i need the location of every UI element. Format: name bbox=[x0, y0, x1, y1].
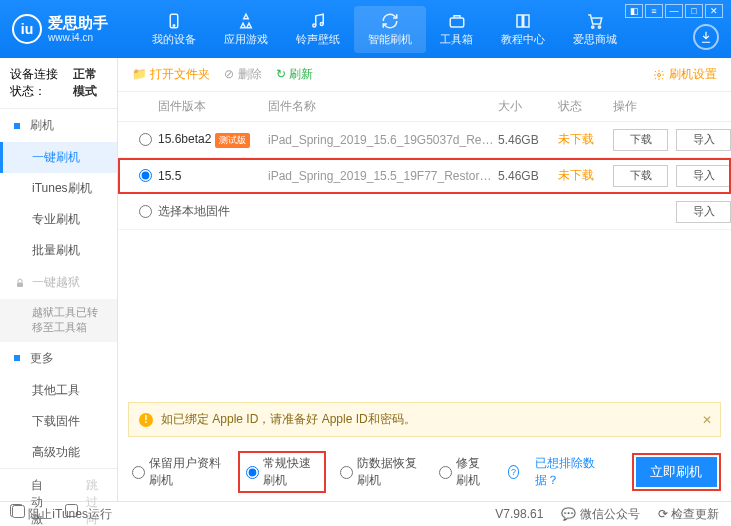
gear-icon bbox=[653, 69, 665, 81]
opt-repair[interactable]: 修复刷机 bbox=[439, 455, 492, 489]
book-icon bbox=[514, 12, 532, 30]
svg-point-6 bbox=[598, 25, 600, 27]
import-button[interactable]: 导入 bbox=[676, 129, 731, 151]
opt-keep-data[interactable]: 保留用户资料刷机 bbox=[132, 455, 224, 489]
sidebar-group-flash[interactable]: 刷机 bbox=[0, 109, 117, 142]
sidebar-item-pro-flash[interactable]: 专业刷机 bbox=[0, 204, 117, 235]
import-button[interactable]: 导入 bbox=[676, 201, 731, 223]
nav-my-device[interactable]: 我的设备 bbox=[138, 6, 210, 53]
sidebar-item-oneclick-flash[interactable]: 一键刷机 bbox=[0, 142, 117, 173]
download-button[interactable]: 下载 bbox=[613, 165, 668, 187]
toolbar: 📁 打开文件夹 ⊘ 删除 ↻ 刷新 刷机设置 bbox=[118, 58, 731, 92]
toolbox-icon bbox=[448, 12, 466, 30]
firmware-radio[interactable] bbox=[139, 205, 152, 218]
titlebar: iu 爱思助手 www.i4.cn 我的设备 应用游戏 铃声壁纸 智能刷机 工具… bbox=[0, 0, 731, 58]
beta-badge: 测试版 bbox=[215, 133, 250, 148]
warning-icon: ! bbox=[139, 413, 153, 427]
block-itunes-checkbox[interactable] bbox=[12, 505, 25, 518]
window-controls: ◧ ≡ — □ ✕ bbox=[625, 4, 723, 18]
phone-icon bbox=[165, 12, 183, 30]
win-close[interactable]: ✕ bbox=[705, 4, 723, 18]
main-panel: 📁 打开文件夹 ⊘ 删除 ↻ 刷新 刷机设置 固件版本 固件名称 大小 状态 操… bbox=[118, 58, 731, 501]
nav-toolbox[interactable]: 工具箱 bbox=[426, 6, 487, 53]
jailbreak-moved-note: 越狱工具已转移至工具箱 bbox=[0, 299, 117, 342]
opt-anti-recovery[interactable]: 防数据恢复刷机 bbox=[340, 455, 422, 489]
download-button[interactable]: 下载 bbox=[613, 129, 668, 151]
win-skin[interactable]: ◧ bbox=[625, 4, 643, 18]
flash-now-button[interactable]: 立即刷机 bbox=[636, 457, 717, 487]
sidebar-item-download-firmware[interactable]: 下载固件 bbox=[0, 406, 117, 437]
sidebar-item-other-tools[interactable]: 其他工具 bbox=[0, 375, 117, 406]
refresh-link[interactable]: ↻ 刷新 bbox=[276, 66, 313, 83]
exclude-data-link[interactable]: 已想排除数据？ bbox=[535, 455, 603, 489]
nav-tutorials[interactable]: 教程中心 bbox=[487, 6, 559, 53]
svg-point-8 bbox=[658, 73, 661, 76]
connection-status: 设备连接状态：正常模式 bbox=[0, 58, 117, 109]
win-menu[interactable]: ≡ bbox=[645, 4, 663, 18]
svg-rect-4 bbox=[450, 18, 464, 27]
download-icon bbox=[699, 30, 713, 44]
logo-icon: iu bbox=[12, 14, 42, 44]
open-folder-link[interactable]: 📁 打开文件夹 bbox=[132, 66, 210, 83]
firmware-radio[interactable] bbox=[139, 133, 152, 146]
sidebar-item-advanced[interactable]: 高级功能 bbox=[0, 437, 117, 468]
square-icon bbox=[14, 123, 20, 129]
win-max[interactable]: □ bbox=[685, 4, 703, 18]
wechat-link[interactable]: 💬 微信公众号 bbox=[561, 506, 639, 523]
import-button[interactable]: 导入 bbox=[676, 165, 731, 187]
cart-icon bbox=[586, 12, 604, 30]
nav-store[interactable]: 爱思商城 bbox=[559, 6, 631, 53]
sidebar: 设备连接状态：正常模式 刷机 一键刷机 iTunes刷机 专业刷机 批量刷机 一… bbox=[0, 58, 118, 501]
brand-url: www.i4.cn bbox=[48, 32, 108, 43]
svg-point-5 bbox=[592, 25, 594, 27]
nav-flash[interactable]: 智能刷机 bbox=[354, 6, 426, 53]
sidebar-group-more[interactable]: 更多 bbox=[0, 342, 117, 375]
flash-mode-options: 保留用户资料刷机 常规快速刷机 防数据恢复刷机 修复刷机 ? 已想排除数据？ 立… bbox=[118, 443, 731, 501]
statusbar: 阻止iTunes运行 V7.98.61 💬 微信公众号 ⟳ 检查更新 bbox=[0, 501, 731, 526]
win-min[interactable]: — bbox=[665, 4, 683, 18]
svg-point-1 bbox=[173, 24, 175, 26]
alert-close[interactable]: ✕ bbox=[702, 413, 712, 427]
info-icon[interactable]: ? bbox=[508, 465, 520, 479]
sidebar-group-jailbreak[interactable]: 一键越狱 bbox=[0, 266, 117, 299]
sidebar-item-itunes-flash[interactable]: iTunes刷机 bbox=[0, 173, 117, 204]
version-label: V7.98.61 bbox=[495, 507, 543, 521]
download-manager-button[interactable] bbox=[693, 24, 719, 50]
local-firmware-row[interactable]: 选择本地固件 导入 bbox=[118, 194, 731, 230]
block-itunes-option[interactable]: 阻止iTunes运行 bbox=[12, 505, 112, 523]
brand-name: 爱思助手 bbox=[48, 15, 108, 32]
firmware-row-selected[interactable]: 15.5 iPad_Spring_2019_15.5_19F77_Restore… bbox=[118, 158, 731, 194]
sidebar-item-batch-flash[interactable]: 批量刷机 bbox=[0, 235, 117, 266]
lock-icon bbox=[14, 277, 26, 289]
nav-ringtones[interactable]: 铃声壁纸 bbox=[282, 6, 354, 53]
check-update-link[interactable]: ⟳ 检查更新 bbox=[658, 506, 719, 523]
svg-point-3 bbox=[320, 22, 323, 25]
nav-apps[interactable]: 应用游戏 bbox=[210, 6, 282, 53]
logo: iu 爱思助手 www.i4.cn bbox=[12, 14, 108, 44]
table-header: 固件版本 固件名称 大小 状态 操作 bbox=[118, 92, 731, 122]
app-icon bbox=[237, 12, 255, 30]
svg-rect-7 bbox=[17, 282, 23, 287]
firmware-radio[interactable] bbox=[139, 169, 152, 182]
delete-link[interactable]: ⊘ 删除 bbox=[224, 66, 261, 83]
opt-normal-flash[interactable]: 常规快速刷机 bbox=[240, 453, 324, 491]
svg-point-2 bbox=[313, 24, 316, 27]
music-icon bbox=[309, 12, 327, 30]
refresh-icon bbox=[381, 12, 399, 30]
nav-bar: 我的设备 应用游戏 铃声壁纸 智能刷机 工具箱 教程中心 爱思商城 bbox=[138, 6, 631, 53]
firmware-row[interactable]: 15.6beta2测试版 iPad_Spring_2019_15.6_19G50… bbox=[118, 122, 731, 158]
apple-id-alert: ! 如已绑定 Apple ID，请准备好 Apple ID和密码。 ✕ bbox=[128, 402, 721, 437]
flash-settings-link[interactable]: 刷机设置 bbox=[653, 66, 717, 83]
square-icon bbox=[14, 355, 20, 361]
